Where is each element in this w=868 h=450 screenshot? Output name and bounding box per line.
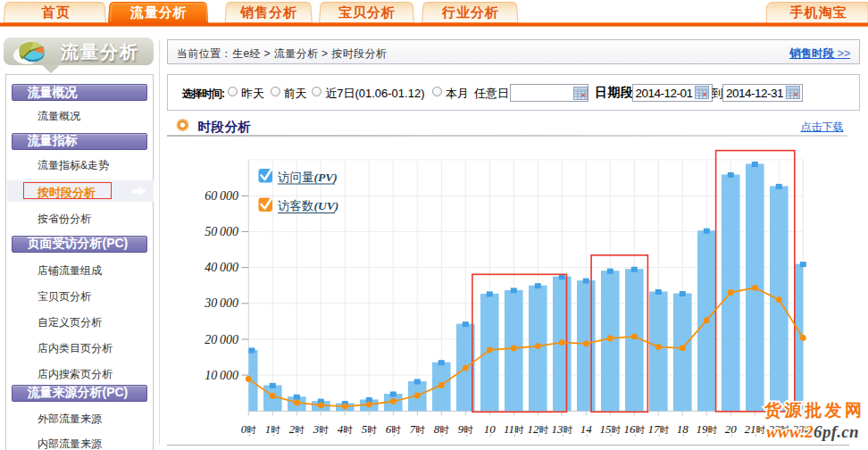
svg-text:货源批发网: 货源批发网: [764, 401, 865, 420]
svg-text:19时: 19时: [697, 422, 718, 436]
svg-text:12时: 12时: [528, 422, 549, 436]
svg-text:2时: 2时: [289, 422, 305, 436]
svg-text:30 000: 30 000: [204, 296, 238, 310]
svg-text:3时: 3时: [313, 422, 330, 436]
svg-text:0时: 0时: [241, 422, 257, 436]
svg-text:10 000: 10 000: [204, 369, 238, 382]
svg-text:13时: 13时: [552, 422, 573, 436]
svg-text:20: 20: [725, 422, 738, 436]
svg-text:7时: 7时: [410, 422, 426, 436]
svg-text:8时: 8时: [434, 422, 450, 436]
svg-text:21时: 21时: [745, 422, 766, 436]
svg-text:访问量(PV): 访问量(PV): [277, 171, 338, 184]
svg-text:5时: 5时: [362, 422, 378, 436]
svg-text:50 000: 50 000: [204, 225, 238, 238]
svg-text:14: 14: [580, 422, 593, 436]
svg-text:60 000: 60 000: [204, 189, 238, 203]
svg-text:4时: 4时: [338, 422, 354, 436]
svg-text:9时: 9时: [458, 422, 474, 436]
svg-text:20 000: 20 000: [204, 333, 238, 346]
svg-text:www.26pf.cn: www.26pf.cn: [766, 422, 859, 441]
svg-text:访客数(UV): 访客数(UV): [277, 199, 338, 212]
svg-text:17时: 17时: [648, 422, 670, 436]
svg-text:11时: 11时: [504, 422, 524, 436]
svg-text:18: 18: [677, 422, 689, 436]
svg-text:40 000: 40 000: [204, 261, 238, 274]
svg-text:6时: 6时: [386, 422, 402, 436]
svg-text:16时: 16时: [624, 422, 646, 436]
svg-text:10: 10: [484, 422, 497, 436]
svg-text:15时: 15时: [600, 422, 622, 436]
svg-text:1时: 1时: [265, 422, 281, 436]
